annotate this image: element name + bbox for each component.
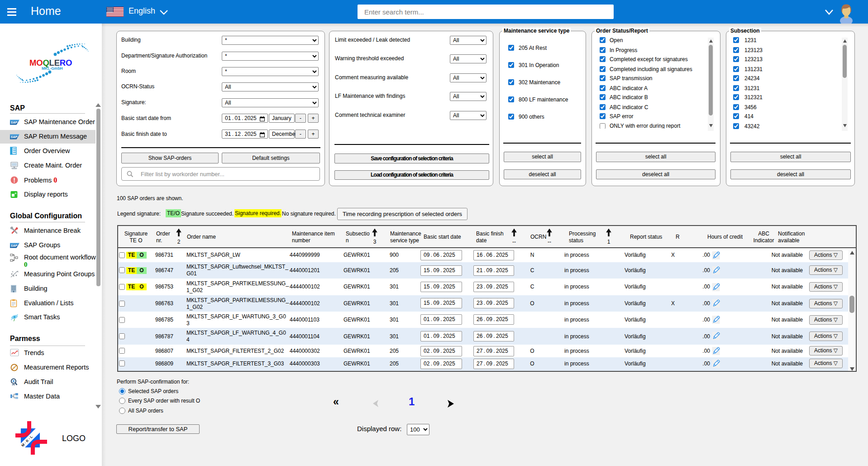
svg-text:MKL-GmbH: MKL-GmbH — [42, 66, 63, 71]
svg-text:SAP: SAP — [11, 135, 18, 139]
svg-text:SAP: SAP — [11, 244, 18, 247]
svg-text:SAP: SAP — [11, 121, 18, 124]
